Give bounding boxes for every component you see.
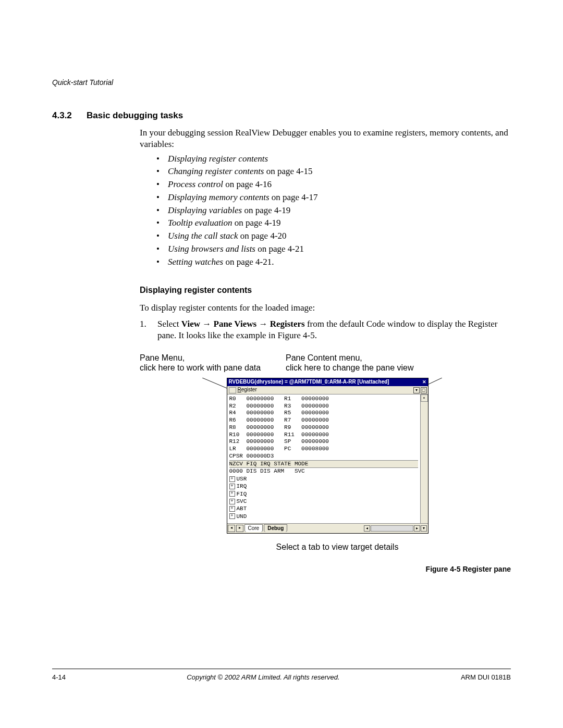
step-text: Select View → Pane Views → Registers fro… bbox=[157, 318, 511, 341]
vertical-scrollbar[interactable]: ▴ bbox=[420, 394, 428, 523]
pane-menu-icon[interactable] bbox=[229, 387, 236, 393]
expand-icon[interactable]: + bbox=[229, 491, 235, 497]
status-header: NZCV FIQ IRQ STATE MODE bbox=[229, 460, 418, 468]
page-number: 4-14 bbox=[52, 673, 66, 681]
tab-nav-left-icon[interactable]: ◂ bbox=[228, 525, 235, 532]
close-icon[interactable]: ✕ bbox=[422, 379, 426, 386]
register-row: R0 00000000 R1 00000000 bbox=[229, 396, 418, 403]
list-item: Using browsers and lists on page 4-21 bbox=[156, 243, 511, 255]
section-number: 4.3.2 bbox=[52, 110, 87, 121]
callout-left: Pane Menu, click here to work with pane … bbox=[140, 353, 286, 373]
list-item: Setting watches on page 4-21. bbox=[156, 256, 511, 268]
doc-id: ARM DUI 0181B bbox=[461, 673, 511, 681]
pane-content-menu-icon[interactable]: ▾ bbox=[413, 387, 420, 393]
mode-tree-item[interactable]: +FIQ bbox=[229, 490, 418, 498]
subheading: Displaying register contents bbox=[140, 285, 511, 295]
step-number: 1. bbox=[140, 318, 157, 341]
register-row: R8 00000000 R9 00000000 bbox=[229, 424, 418, 431]
maximize-icon[interactable]: ▢ bbox=[421, 387, 427, 393]
menu-register[interactable]: Register bbox=[238, 387, 257, 393]
register-row: R12 00000000 SP 00000000 bbox=[229, 438, 418, 446]
window-titlebar[interactable]: RVDEBUG(dhrystone) = @ARM7TDMI_0:ARM-A-R… bbox=[227, 378, 428, 386]
window-title: RVDEBUG(dhrystone) = @ARM7TDMI_0:ARM-A-R… bbox=[229, 379, 389, 386]
page-footer: 4-14 Copyright © 2002 ARM Limited. All r… bbox=[52, 669, 511, 681]
hscroll-right-icon[interactable]: ▸ bbox=[414, 525, 420, 532]
register-pane: R0 00000000 R1 00000000R2 00000000 R3 00… bbox=[227, 394, 420, 523]
callout-right: Pane Content menu, click here to change … bbox=[286, 353, 511, 373]
sub-paragraph: To display register contents for the loa… bbox=[140, 302, 511, 314]
hscroll-track[interactable] bbox=[371, 525, 413, 532]
register-row: R10 00000000 R11 00000000 bbox=[229, 431, 418, 439]
tab-debug[interactable]: Debug bbox=[264, 524, 287, 532]
section-title: Basic debugging tasks bbox=[87, 110, 183, 121]
list-item: Displaying variables on page 4-19 bbox=[156, 205, 511, 216]
expand-icon[interactable]: + bbox=[229, 499, 235, 504]
register-row: R4 00000000 R5 00000000 bbox=[229, 410, 418, 417]
figure-screenshot: RVDEBUG(dhrystone) = @ARM7TDMI_0:ARM-A-R… bbox=[187, 378, 468, 534]
running-header: Quick-start Tutorial bbox=[52, 78, 511, 87]
expand-icon[interactable]: + bbox=[229, 484, 235, 489]
register-row: LR 00000000 PC 00008000 bbox=[229, 446, 418, 453]
list-item: Using the call stack on page 4-20 bbox=[156, 230, 511, 242]
scroll-up-icon[interactable]: ▴ bbox=[421, 394, 428, 402]
register-row: R6 00000000 R7 00000000 bbox=[229, 417, 418, 424]
tab-core[interactable]: Core bbox=[244, 524, 263, 532]
list-item: Changing register contents on page 4-15 bbox=[156, 166, 511, 177]
mode-tree-item[interactable]: +IRQ bbox=[229, 483, 418, 490]
mode-tree-item[interactable]: +SVC bbox=[229, 498, 418, 505]
mode-tree-item[interactable]: +USR bbox=[229, 475, 418, 483]
callout-below: Select a tab to view target details bbox=[164, 542, 511, 552]
copyright: Copyright © 2002 ARM Limited. All rights… bbox=[187, 673, 339, 681]
hscroll-left-icon[interactable]: ◂ bbox=[364, 525, 370, 532]
hscroll-down-icon[interactable]: ▾ bbox=[421, 525, 427, 532]
status-row: 0000 DIS DIS ARM SVC bbox=[229, 468, 418, 475]
expand-icon[interactable]: + bbox=[229, 506, 235, 512]
list-item: Process control on page 4-16 bbox=[156, 179, 511, 190]
figure-caption: Figure 4-5 Register pane bbox=[140, 565, 511, 574]
expand-icon[interactable]: + bbox=[229, 513, 235, 519]
mode-tree-item[interactable]: +UND bbox=[229, 513, 418, 520]
list-item: Displaying memory contents on page 4-17 bbox=[156, 192, 511, 203]
intro-paragraph: In your debugging session RealView Debug… bbox=[140, 127, 511, 150]
expand-icon[interactable]: + bbox=[229, 476, 235, 482]
bullet-list: Displaying register contents Changing re… bbox=[140, 153, 511, 268]
list-item: Displaying register contents bbox=[156, 153, 511, 165]
list-item: Tooltip evaluation on page 4-19 bbox=[156, 217, 511, 229]
mode-tree-item[interactable]: +ABT bbox=[229, 505, 418, 512]
tab-nav-right-icon[interactable]: ▸ bbox=[236, 525, 243, 532]
register-row: R2 00000000 R3 00000000 bbox=[229, 403, 418, 410]
